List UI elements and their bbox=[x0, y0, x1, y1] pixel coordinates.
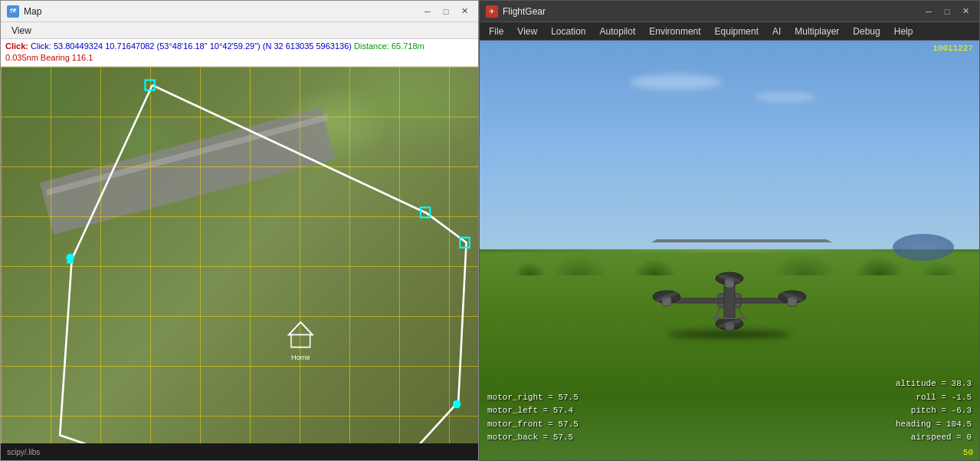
svg-line-18 bbox=[716, 308, 720, 318]
fg-telemetry-left: motor_right = 57.5 motor_left = 57.4 mot… bbox=[487, 391, 578, 445]
map-click-label: Click: bbox=[5, 41, 31, 51]
map-menubar: View bbox=[1, 22, 478, 39]
map-window-controls: ─ □ ✕ bbox=[420, 5, 472, 18]
path-node-2 bbox=[453, 400, 461, 408]
fg-close-button[interactable]: ✕ bbox=[958, 5, 973, 18]
fg-titlebar: ✈ FlightGear ─ □ ✕ bbox=[480, 1, 979, 22]
map-distance: Distance: 65.718m bbox=[354, 41, 424, 51]
telemetry-motor-front: motor_front = 57.5 bbox=[487, 418, 578, 432]
map-statusbar: scipy/.libs bbox=[1, 443, 478, 460]
fg-menu-location[interactable]: Location bbox=[545, 25, 592, 38]
fg-app-icon: ✈ bbox=[486, 5, 498, 18]
svg-text:Home: Home bbox=[291, 353, 310, 361]
map-menu-view[interactable]: View bbox=[5, 24, 38, 38]
fg-menu-environment[interactable]: Environment bbox=[643, 25, 706, 38]
fg-window-title: FlightGear bbox=[503, 6, 546, 17]
cloud-2 bbox=[755, 91, 816, 103]
fg-menu-ai[interactable]: AI bbox=[766, 25, 787, 38]
map-click-coords: Click: 53.80449324 10.71647082 (53°48'16… bbox=[31, 41, 352, 51]
fg-menubar: File View Location Autopilot Environment… bbox=[480, 22, 979, 41]
home-marker: Home bbox=[289, 322, 313, 361]
fg-menu-autopilot[interactable]: Autopilot bbox=[594, 25, 642, 38]
map-window-title: Map bbox=[24, 6, 41, 17]
telemetry-motor-right: motor_right = 57.5 bbox=[487, 391, 578, 405]
map-svg-overlay[interactable]: Home bbox=[1, 67, 478, 443]
fg-telemetry-right: altitude = 38.3 roll = -1.5 pitch = -6.3… bbox=[896, 377, 972, 445]
map-click-info: Click: Click: 53.80449324 10.71647082 (5… bbox=[5, 41, 474, 52]
map-maximize-button[interactable]: □ bbox=[438, 5, 454, 18]
map-titlebar: 🗺 Map ─ □ ✕ bbox=[1, 1, 478, 22]
titlebar-left: 🗺 Map bbox=[7, 5, 41, 18]
fg-menu-equipment[interactable]: Equipment bbox=[709, 25, 765, 38]
telemetry-motor-back: motor_back = 57.5 bbox=[487, 431, 578, 445]
svg-line-19 bbox=[739, 308, 743, 318]
telemetry-motor-left: motor_left = 57.4 bbox=[487, 404, 578, 418]
drone-svg bbox=[653, 265, 806, 341]
fg-menu-help[interactable]: Help bbox=[888, 25, 919, 38]
fg-menu-multiplayer[interactable]: Multiplayer bbox=[788, 25, 845, 38]
telemetry-heading: heading = 104.5 bbox=[896, 418, 972, 432]
fg-menu-file[interactable]: File bbox=[483, 25, 510, 38]
fg-title-left: ✈ FlightGear bbox=[486, 5, 546, 18]
fg-menu-debug[interactable]: Debug bbox=[847, 25, 886, 38]
fg-water bbox=[893, 234, 954, 261]
svg-marker-1 bbox=[289, 322, 313, 334]
fg-frame-counter: 50 bbox=[963, 448, 973, 457]
fg-drone bbox=[653, 265, 806, 326]
fg-menu-view[interactable]: View bbox=[511, 25, 543, 38]
map-minimize-button[interactable]: ─ bbox=[420, 5, 435, 18]
fg-window-controls: ─ □ ✕ bbox=[921, 5, 973, 18]
telemetry-pitch: pitch = -6.3 bbox=[896, 404, 972, 418]
cloud-1 bbox=[630, 74, 722, 90]
telemetry-airspeed: airspeed = 0 bbox=[896, 431, 972, 445]
fg-minimize-button[interactable]: ─ bbox=[921, 5, 936, 18]
map-app-icon: 🗺 bbox=[7, 5, 19, 18]
map-canvas[interactable]: Home bbox=[1, 67, 478, 443]
fg-window: ✈ FlightGear ─ □ ✕ File View Location Au… bbox=[479, 0, 980, 461]
flight-path bbox=[60, 85, 466, 443]
telemetry-altitude: altitude = 38.3 bbox=[896, 377, 972, 391]
map-close-button[interactable]: ✕ bbox=[457, 5, 472, 18]
map-info-bar: Click: Click: 53.80449324 10.71647082 (5… bbox=[1, 39, 478, 67]
telemetry-roll: roll = -1.5 bbox=[896, 391, 972, 405]
fg-frame-counter-top: 10011227 bbox=[932, 44, 973, 53]
fg-maximize-button[interactable]: □ bbox=[939, 5, 955, 18]
fg-viewport: 10011227 motor_right = 57.5 motor_left =… bbox=[480, 41, 979, 460]
map-window: 🗺 Map ─ □ ✕ View Click: Click: 53.804493… bbox=[0, 0, 479, 461]
status-path: scipy/.libs bbox=[7, 448, 40, 456]
drone-shadow bbox=[668, 331, 791, 338]
map-bearing: 0.035nm Bearing 116.1 bbox=[5, 53, 93, 62]
